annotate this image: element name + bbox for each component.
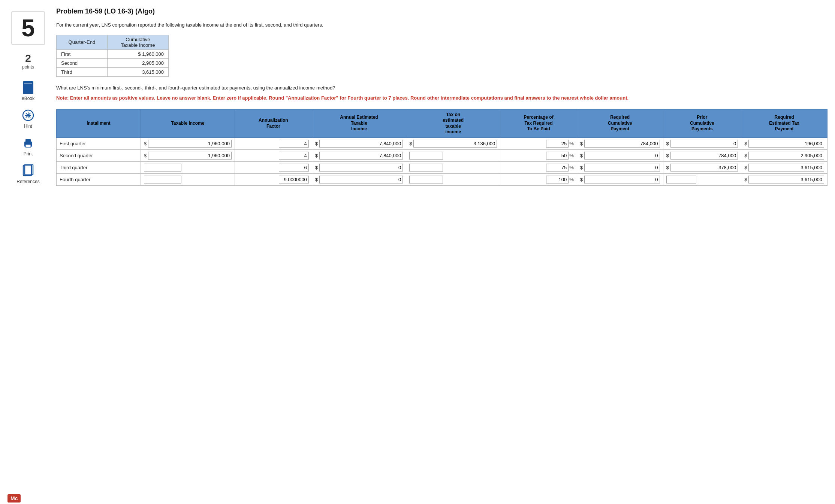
input-req-cum-3[interactable] <box>584 164 660 171</box>
cell-prior-cum-1: $ <box>663 137 741 149</box>
cell-tax-on-est-3 <box>406 161 500 173</box>
problem-description: For the current year, LNS corporation re… <box>56 21 828 29</box>
main-table-wrapper: Installment Taxable Income Annualization… <box>56 109 828 186</box>
table-row: Third quarter $ <box>57 161 828 173</box>
cell-taxable-income-3 <box>141 161 235 173</box>
input-taxable-income-3[interactable] <box>144 164 181 171</box>
input-req-est-2[interactable] <box>748 152 824 160</box>
cell-req-est-2: $ <box>741 149 828 161</box>
income-val-second: 2,905,000 <box>107 58 168 67</box>
cell-tax-on-est-4 <box>406 173 500 185</box>
sidebar-item-print[interactable]: Print <box>21 136 35 157</box>
income-quarter-second: Second <box>57 58 108 67</box>
points-value: 2 <box>22 52 34 64</box>
input-req-cum-1[interactable] <box>584 140 660 148</box>
points-label: points <box>22 64 34 70</box>
main-content: Problem 16-59 (LO 16-3) (Algo) For the c… <box>49 7 828 497</box>
input-taxable-income-4[interactable] <box>144 176 181 183</box>
cell-annual-est-3: $ <box>312 161 406 173</box>
cell-annualization-1 <box>235 137 312 149</box>
col-header-pct-tax: Percentage ofTax RequiredTo Be Paid <box>500 109 577 137</box>
input-annual-est-4[interactable] <box>319 176 403 183</box>
cell-installment-1: First quarter <box>57 137 141 149</box>
col-header-annualization: AnnualizationFactor <box>235 109 312 137</box>
table-row: Second quarter $ $ <box>57 149 828 161</box>
input-pct-1[interactable] <box>546 140 569 148</box>
cell-installment-2: Second quarter <box>57 149 141 161</box>
input-prior-cum-1[interactable] <box>670 140 738 148</box>
income-val-third: 3,615,000 <box>107 67 168 76</box>
cell-pct-1: % <box>500 137 577 149</box>
cell-taxable-income-1: $ <box>141 137 235 149</box>
main-data-table: Installment Taxable Income Annualization… <box>56 109 828 186</box>
income-quarter-third: Third <box>57 67 108 76</box>
input-prior-cum-4[interactable] <box>666 176 696 183</box>
cell-pct-2: % <box>500 149 577 161</box>
sidebar-icons: eBook Hint <box>16 81 39 184</box>
sidebar-item-references[interactable]: References <box>16 164 39 184</box>
cell-installment-3: Third quarter <box>57 161 141 173</box>
input-annual-est-2[interactable] <box>319 152 403 160</box>
cell-req-est-3: $ <box>741 161 828 173</box>
print-icon <box>21 136 35 150</box>
sidebar-item-ebook[interactable]: eBook <box>21 81 35 101</box>
problem-number: 5 <box>11 11 45 45</box>
input-pct-2[interactable] <box>546 152 569 160</box>
cell-req-cum-3: $ <box>577 161 663 173</box>
cell-pct-3: % <box>500 161 577 173</box>
cell-req-cum-2: $ <box>577 149 663 161</box>
bottom-bar: Mc <box>0 493 835 504</box>
svg-rect-7 <box>25 145 31 148</box>
ebook-icon <box>21 81 35 94</box>
col-header-annual-est: Annual EstimatedTaxableIncome <box>312 109 406 137</box>
input-annual-est-1[interactable] <box>319 140 403 148</box>
input-annual-est-3[interactable] <box>319 164 403 171</box>
input-req-est-1[interactable] <box>748 140 824 148</box>
col-header-req-est: RequiredEstimated TaxPayment <box>741 109 828 137</box>
cell-annualization-3 <box>235 161 312 173</box>
input-annualization-2[interactable] <box>279 152 309 160</box>
question-text: What are LNS's minimum first-, second-, … <box>56 84 828 92</box>
hint-icon <box>21 109 35 122</box>
input-req-cum-2[interactable] <box>584 152 660 160</box>
input-taxable-income-2[interactable] <box>148 152 232 160</box>
hint-label: Hint <box>24 124 32 129</box>
cell-prior-cum-2: $ <box>663 149 741 161</box>
income-val-first: $ 1,960,000 <box>107 49 168 58</box>
col-header-installment: Installment <box>57 109 141 137</box>
input-prior-cum-2[interactable] <box>670 152 738 160</box>
problem-title: Problem 16-59 (LO 16-3) (Algo) <box>56 7 828 15</box>
cell-req-cum-1: $ <box>577 137 663 149</box>
cell-annual-est-2: $ <box>312 149 406 161</box>
sidebar-item-hint[interactable]: Hint <box>21 109 35 129</box>
input-req-est-4[interactable] <box>748 176 824 183</box>
income-row-third: Third 3,615,000 <box>57 67 169 76</box>
references-label: References <box>16 179 39 184</box>
input-tax-on-est-4[interactable] <box>409 176 443 183</box>
col-header-taxable-income: Taxable Income <box>141 109 235 137</box>
sidebar: 5 2 points eBook <box>7 7 49 497</box>
input-annualization-4[interactable] <box>279 176 309 183</box>
cell-taxable-income-4 <box>141 173 235 185</box>
cell-pct-4: % <box>500 173 577 185</box>
input-tax-on-est-3[interactable] <box>409 164 443 171</box>
cell-prior-cum-4 <box>663 173 741 185</box>
input-annualization-1[interactable] <box>279 140 309 148</box>
input-prior-cum-3[interactable] <box>670 164 738 171</box>
table-row: Fourth quarter $ <box>57 173 828 185</box>
cell-annualization-4 <box>235 173 312 185</box>
note-text: Note: Enter all amounts as positive valu… <box>56 94 828 102</box>
input-tax-on-est-2[interactable] <box>409 152 443 160</box>
input-tax-on-est-1[interactable] <box>413 140 497 148</box>
cell-tax-on-est-1: $ <box>406 137 500 149</box>
references-icon <box>21 164 35 177</box>
input-req-cum-4[interactable] <box>584 176 660 183</box>
input-annualization-3[interactable] <box>279 164 309 171</box>
input-pct-4[interactable] <box>546 176 569 183</box>
income-table-header-quarter: Quarter-End <box>57 35 108 49</box>
input-pct-3[interactable] <box>546 164 569 171</box>
input-req-est-3[interactable] <box>748 164 824 171</box>
income-table-header-income: CumulativeTaxable Income <box>107 35 168 49</box>
cell-taxable-income-2: $ <box>141 149 235 161</box>
input-taxable-income-1[interactable] <box>148 140 232 148</box>
